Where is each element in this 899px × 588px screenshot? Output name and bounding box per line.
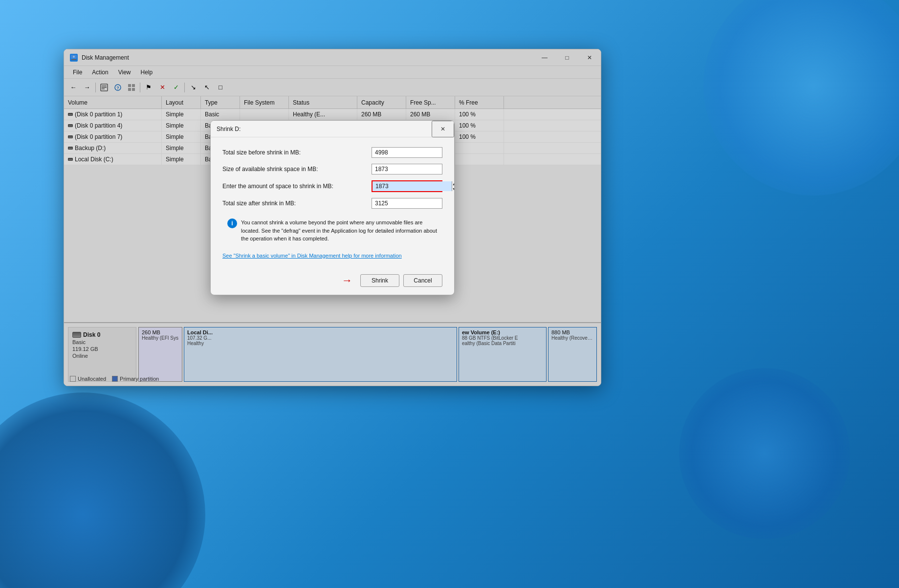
field-enter-shrink: Enter the amount of space to shrink in M… — [222, 180, 442, 192]
info-icon: i — [227, 218, 237, 228]
dialog-info: i You cannot shrink a volume beyond the … — [222, 215, 442, 247]
dialog-title: Shrink D: — [217, 126, 241, 132]
info-text: You cannot shrink a volume beyond the po… — [241, 218, 438, 243]
field-available-shrink-label: Size of available shrink space in MB: — [222, 166, 372, 173]
cancel-button[interactable]: Cancel — [403, 274, 442, 287]
dialog-overlay: Shrink D: ✕ Total size before shrink in … — [64, 49, 601, 386]
spinner-down[interactable]: ▼ — [452, 186, 455, 191]
field-total-after: Total size after shrink in MB: 3125 — [222, 198, 442, 209]
spinner-controls: ▲ ▼ — [452, 181, 455, 191]
spinner-up[interactable]: ▲ — [452, 181, 455, 186]
field-available-shrink: Size of available shrink space in MB: 18… — [222, 164, 442, 174]
disk-management-window: Disk Management — □ ✕ File Action View H… — [64, 49, 601, 386]
dialog-help-link[interactable]: See "Shrink a basic volume" in Disk Mana… — [222, 253, 442, 259]
shrink-input-container: ▲ ▼ — [372, 180, 442, 192]
field-available-shrink-value: 1873 — [372, 164, 442, 174]
field-total-after-label: Total size after shrink in MB: — [222, 200, 372, 207]
dialog-body: Total size before shrink in MB: 4998 Siz… — [211, 137, 454, 274]
arrow-indicator: → — [342, 274, 352, 287]
field-total-after-value: 3125 — [372, 198, 442, 209]
field-total-before: Total size before shrink in MB: 4998 — [222, 147, 442, 158]
shrink-dialog: Shrink D: ✕ Total size before shrink in … — [210, 120, 455, 295]
dialog-footer: → Shrink Cancel — [211, 274, 454, 295]
shrink-amount-input[interactable] — [373, 181, 452, 191]
field-enter-shrink-label: Enter the amount of space to shrink in M… — [222, 183, 372, 190]
dialog-close-button[interactable]: ✕ — [432, 121, 454, 137]
dialog-titlebar: Shrink D: ✕ — [211, 121, 454, 137]
field-total-before-value: 4998 — [372, 147, 442, 158]
field-total-before-label: Total size before shrink in MB: — [222, 149, 372, 156]
shrink-button[interactable]: Shrink — [360, 274, 399, 287]
